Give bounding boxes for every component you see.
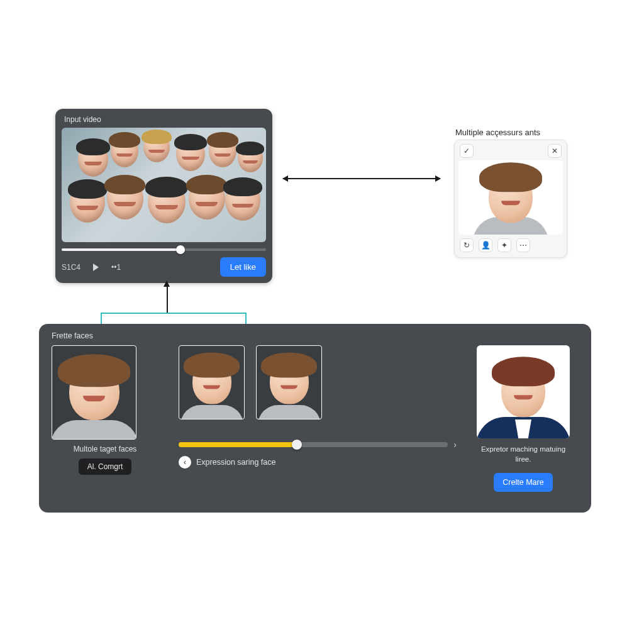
magic-icon[interactable]: ✦ (497, 238, 511, 252)
faces-panel: Frette faces Multole taget faces Al. Com… (39, 324, 591, 513)
confirm-icon[interactable]: ✓ (460, 144, 474, 158)
video-loop-label: ••1 (111, 263, 121, 272)
reset-icon[interactable]: ↻ (460, 238, 474, 252)
expression-slider[interactable]: › ‹ Expression saring face (179, 442, 448, 469)
accessors-top-icons: ✓ ✕ (458, 144, 563, 160)
expression-label-row: ‹ Expression saring face (179, 456, 448, 469)
crowd-face-icon (225, 180, 260, 221)
portrait-face-shape (69, 362, 119, 420)
expression-label: Expression saring face (196, 458, 275, 467)
portrait-shoulders-shape (258, 405, 321, 419)
faces-row: Multole taget faces Al. Comgrt › (52, 345, 579, 492)
more-icon[interactable]: ⋯ (516, 238, 530, 252)
crowd-face-icon (70, 182, 105, 223)
target-face-tile[interactable] (52, 345, 136, 440)
person-icon[interactable]: 👤 (479, 238, 492, 252)
faces-panel-title: Frette faces (52, 331, 579, 340)
chevron-left-icon[interactable]: ‹ (179, 456, 191, 469)
accessors-bottom-icons: ↻ 👤 ✦ ⋯ (458, 235, 563, 253)
connector-line (167, 286, 168, 313)
crowd-face-icon (111, 135, 138, 167)
input-video-title: Input video (62, 114, 266, 128)
candidate-face-tile[interactable] (256, 345, 322, 419)
crowd-face-icon (209, 135, 236, 167)
crowd-face-icon (107, 178, 143, 219)
portrait-face-shape (501, 364, 545, 417)
video-controls-row: S1C4 ••1 Let like (62, 257, 266, 277)
create-more-button[interactable]: Crelte Mare (494, 473, 552, 492)
portrait-face-shape (270, 359, 309, 404)
expression-fill (179, 442, 297, 447)
input-video-panel: Input video S1C4 ••1 Let like (55, 109, 272, 283)
accessors-card: ✓ ✕ ↻ 👤 ✦ ⋯ (454, 140, 567, 258)
ai-compare-button[interactable]: Al. Comgrt (79, 458, 132, 475)
video-time-label: S1C4 (62, 263, 80, 272)
video-seek-row (62, 248, 266, 251)
expression-column: › ‹ Expression saring face (179, 345, 448, 469)
video-seek-slider[interactable] (62, 248, 266, 251)
connector-line (101, 313, 102, 324)
crowd-face-icon (78, 142, 108, 177)
portrait-face-shape (489, 170, 533, 223)
portrait-shoulders-shape (180, 405, 243, 419)
video-seek-thumb[interactable] (176, 245, 185, 254)
accessors-title: Multiple acçessurs ants (455, 128, 540, 137)
video-seek-fill (62, 248, 180, 251)
result-caption: Expretor maching matuing liree. (476, 445, 570, 464)
bidirectional-arrow-icon (283, 178, 440, 179)
candidate-faces-row (179, 345, 448, 419)
portrait-face-shape (192, 359, 231, 404)
input-video-thumbnail[interactable] (62, 128, 266, 242)
video-controls-left: S1C4 ••1 (62, 263, 121, 272)
target-faces-label: Multole taget faces (52, 445, 158, 453)
crowd-face-icon (148, 180, 186, 223)
connector-line (245, 313, 247, 324)
target-faces-column: Multole taget faces Al. Comgrt (52, 345, 158, 475)
up-arrow-icon (164, 280, 170, 287)
result-column: Expretor maching matuing liree. Crelte M… (468, 345, 579, 492)
portrait-shoulders-shape (52, 420, 136, 440)
let-like-button[interactable]: Let like (220, 257, 266, 277)
connector-line (101, 313, 245, 314)
expression-track: › (179, 442, 448, 447)
expand-icon[interactable]: ✕ (548, 144, 562, 158)
candidate-face-tile[interactable] (179, 345, 245, 419)
crowd-face-icon (238, 143, 263, 172)
chevron-right-icon[interactable]: › (453, 440, 457, 450)
accessor-portrait[interactable] (458, 160, 563, 235)
crowd-face-icon (176, 137, 205, 171)
play-icon[interactable] (93, 264, 99, 271)
crowd-face-icon (189, 178, 225, 219)
result-face-tile[interactable] (477, 345, 570, 438)
expression-thumb[interactable] (292, 440, 302, 450)
crowd-face-icon (143, 132, 170, 162)
